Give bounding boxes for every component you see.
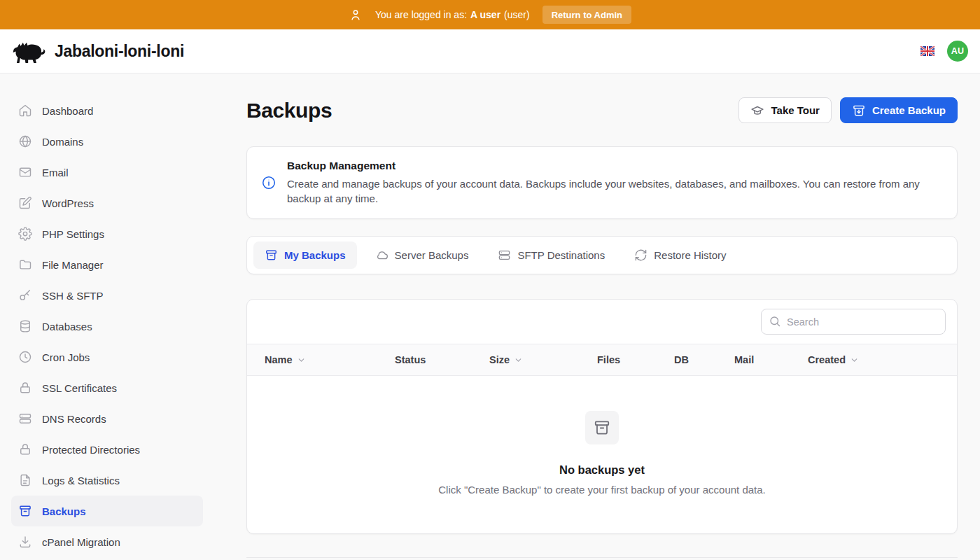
sidebar-item-label: SSH & SFTP bbox=[42, 290, 104, 302]
sidebar-item-label: Cron Jobs bbox=[42, 351, 90, 363]
column-label: Files bbox=[597, 354, 620, 365]
archive-down-icon bbox=[852, 104, 866, 118]
info-icon bbox=[261, 175, 276, 190]
sidebar-item-label: cPanel Migration bbox=[42, 536, 120, 548]
sidebar-item-label: PHP Settings bbox=[42, 228, 104, 240]
sidebar-item-cron-jobs[interactable]: Cron Jobs bbox=[11, 342, 203, 372]
search-icon bbox=[769, 315, 781, 328]
table-header-row: Name Status Size Files DB Mail Created bbox=[247, 344, 957, 376]
impersonation-banner: You are logged in as: A user (user) Retu… bbox=[0, 0, 980, 29]
refresh-icon bbox=[634, 248, 648, 262]
mail-icon bbox=[18, 165, 32, 179]
sidebar-item-ssh-sftp[interactable]: SSH & SFTP bbox=[11, 280, 203, 311]
sidebar-item-label: Backups bbox=[42, 505, 86, 517]
empty-archive-icon bbox=[585, 411, 619, 444]
info-card-title: Backup Management bbox=[287, 160, 943, 172]
tab-restore-history[interactable]: Restore History bbox=[623, 241, 737, 269]
tab-sftp-destinations[interactable]: SFTP Destinations bbox=[486, 241, 616, 269]
sidebar-item-wordpress[interactable]: WordPress bbox=[11, 188, 203, 218]
sidebar-item-domains[interactable]: Domains bbox=[11, 126, 203, 157]
logged-in-prefix: You are logged in as: bbox=[375, 9, 467, 20]
lock-icon bbox=[18, 381, 32, 395]
sidebar-item-dns-records[interactable]: DNS Records bbox=[11, 403, 203, 434]
archive-icon bbox=[265, 248, 278, 262]
clock-icon bbox=[18, 350, 32, 364]
column-label: Size bbox=[489, 354, 510, 365]
tab-server-backups[interactable]: Server Backups bbox=[364, 241, 480, 269]
tab-label: Restore History bbox=[654, 249, 726, 261]
key-icon bbox=[18, 288, 32, 302]
create-backup-label: Create Backup bbox=[872, 104, 946, 116]
server-icon bbox=[18, 412, 32, 426]
lock-icon bbox=[18, 442, 32, 456]
column-header-name[interactable]: Name bbox=[265, 354, 395, 365]
column-label: DB bbox=[674, 354, 689, 365]
logged-in-role: (user) bbox=[504, 9, 530, 20]
chevron-down-icon bbox=[514, 356, 523, 365]
folder-icon bbox=[18, 258, 32, 272]
create-backup-button[interactable]: Create Backup bbox=[840, 97, 958, 123]
tab-label: Server Backups bbox=[395, 249, 469, 261]
backups-table-card: Name Status Size Files DB Mail Created bbox=[246, 299, 958, 534]
column-label: Mail bbox=[734, 354, 754, 365]
page-footer: Jabali Panel bbox=[246, 557, 958, 560]
column-header-status: Status bbox=[395, 354, 489, 365]
sidebar-item-php-settings[interactable]: PHP Settings bbox=[11, 218, 203, 249]
sidebar-item-label: WordPress bbox=[42, 197, 94, 209]
sidebar-item-label: Databases bbox=[42, 321, 92, 332]
column-header-created[interactable]: Created bbox=[808, 354, 957, 365]
column-label: Created bbox=[808, 354, 846, 365]
sidebar-item-protected-directories[interactable]: Protected Directories bbox=[11, 434, 203, 465]
home-icon bbox=[18, 104, 32, 118]
sidebar-item-label: Domains bbox=[42, 136, 83, 148]
logged-in-user: A user bbox=[470, 9, 500, 20]
server-icon bbox=[498, 248, 511, 262]
sidebar-item-label: Protected Directories bbox=[42, 444, 140, 456]
sidebar-item-label: Logs & Statistics bbox=[42, 475, 120, 486]
sidebar-item-dashboard[interactable]: Dashboard bbox=[11, 95, 203, 126]
sidebar-item-backups[interactable]: Backups bbox=[11, 496, 203, 526]
return-to-admin-button[interactable]: Return to Admin bbox=[542, 6, 631, 24]
sidebar-item-label: File Manager bbox=[42, 259, 104, 271]
globe-icon bbox=[18, 134, 32, 148]
tab-label: My Backups bbox=[284, 249, 346, 261]
database-icon bbox=[18, 319, 32, 333]
sidebar-item-cpanel-migration[interactable]: cPanel Migration bbox=[11, 526, 203, 557]
column-header-db: DB bbox=[674, 354, 734, 365]
page-title: Backups bbox=[246, 99, 332, 122]
sidebar-item-email[interactable]: Email bbox=[11, 157, 203, 188]
column-header-files: Files bbox=[597, 354, 674, 365]
cloud-icon bbox=[375, 248, 388, 262]
take-tour-button[interactable]: Take Tour bbox=[738, 97, 831, 123]
search-input[interactable] bbox=[761, 309, 946, 335]
tab-my-backups[interactable]: My Backups bbox=[253, 241, 357, 269]
column-label: Name bbox=[265, 354, 293, 365]
sidebar-item-label: Email bbox=[42, 167, 69, 178]
backup-management-info-card: Backup Management Create and manage back… bbox=[246, 146, 958, 219]
sidebar-item-logs-statistics[interactable]: Logs & Statistics bbox=[11, 465, 203, 496]
column-header-mail: Mail bbox=[734, 354, 808, 365]
chevron-down-icon bbox=[297, 356, 306, 365]
sidebar-item-databases[interactable]: Databases bbox=[11, 311, 203, 342]
boar-logo-icon bbox=[12, 38, 48, 64]
empty-state-title: No backups yet bbox=[559, 463, 645, 477]
column-header-size[interactable]: Size bbox=[489, 354, 597, 365]
pen-square-icon bbox=[18, 196, 32, 210]
user-avatar[interactable]: AU bbox=[947, 41, 968, 62]
app-header: Jabaloni-loni-loni AU bbox=[0, 29, 980, 74]
logged-in-message: You are logged in as: A user (user) bbox=[375, 9, 530, 20]
tab-label: SFTP Destinations bbox=[517, 249, 605, 261]
backups-tabs: My Backups Server Backups SFTP Destinati… bbox=[246, 236, 958, 274]
sidebar-item-file-manager[interactable]: File Manager bbox=[11, 249, 203, 280]
language-flag-icon[interactable] bbox=[920, 46, 934, 56]
sidebar-nav: Dashboard Domains Email WordPress PHP Se… bbox=[0, 74, 214, 557]
gear-icon bbox=[18, 227, 32, 241]
empty-state: No backups yet Click "Create Backup" to … bbox=[247, 376, 957, 533]
sidebar-item-ssl-certificates[interactable]: SSL Certificates bbox=[11, 372, 203, 403]
take-tour-label: Take Tour bbox=[771, 104, 819, 116]
info-card-body: Create and manage backups of your accoun… bbox=[287, 177, 943, 206]
graduation-cap-icon bbox=[750, 104, 764, 118]
download-icon bbox=[18, 535, 32, 549]
sidebar-item-label: Dashboard bbox=[42, 105, 93, 117]
sidebar-item-label: SSL Certificates bbox=[42, 382, 117, 394]
